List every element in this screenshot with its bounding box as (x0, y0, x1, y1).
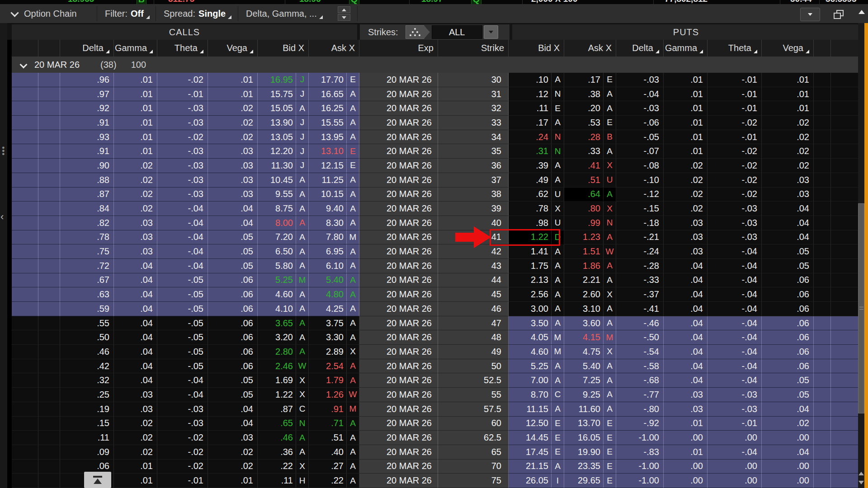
call-bid-cell[interactable]: 1.69X (258, 373, 309, 388)
column-header-put-ask[interactable]: Ask X (564, 40, 616, 56)
call-ask-cell[interactable]: .27A (309, 460, 359, 474)
call-bid-cell[interactable]: .46A (258, 431, 309, 445)
call-bid-cell[interactable]: 6.50A (258, 244, 309, 259)
put-ask-cell[interactable]: .33A (564, 144, 616, 159)
put-bid-cell[interactable]: 17.45E (509, 445, 564, 460)
put-ask-cell[interactable]: .64A (564, 188, 616, 202)
put-ask-cell[interactable]: 19.90E (564, 445, 616, 460)
call-ask-cell[interactable]: 13.95A (309, 130, 359, 145)
call-bid-cell[interactable]: 11.30J (258, 159, 309, 173)
call-bid-cell[interactable]: 4.60A (258, 287, 309, 302)
call-ask-cell[interactable]: 16.25A (309, 101, 359, 116)
put-bid-cell[interactable]: 1.75A (509, 259, 564, 273)
put-ask-cell[interactable]: .99N (564, 216, 616, 230)
scrollbar-thumb[interactable] (858, 203, 864, 413)
put-ask-cell[interactable]: 4.15M (564, 330, 616, 345)
chevron-left-icon[interactable]: ‹ (0, 211, 4, 223)
call-bid-cell[interactable]: 7.20A (258, 230, 309, 245)
put-bid-cell[interactable]: .12N (509, 87, 564, 102)
column-header-put-vega[interactable]: Vega (762, 40, 814, 56)
expiration-group-row[interactable]: 20 MAR 26 (38) 100 (12, 56, 859, 73)
put-bid-cell[interactable]: .10A (509, 73, 564, 87)
call-ask-cell[interactable]: 13.10E (309, 144, 359, 159)
window-button[interactable] (830, 8, 847, 20)
put-bid-cell[interactable]: 4.60M (509, 345, 564, 359)
call-ask-cell[interactable]: 16.65A (309, 87, 359, 102)
call-ask-cell[interactable]: .91M (309, 402, 359, 417)
filter-dropdown[interactable]: Filter: Off (105, 4, 150, 23)
call-ask-cell[interactable]: 8.30A (309, 216, 359, 230)
call-bid-cell[interactable]: 1.22X (258, 388, 309, 402)
put-bid-cell[interactable]: 4.05M (509, 330, 564, 345)
call-ask-cell[interactable]: 5.40A (309, 273, 359, 288)
call-ask-cell[interactable]: 17.70E (309, 73, 359, 87)
panel-collapse-button[interactable] (800, 8, 820, 21)
put-ask-cell[interactable]: .28B (564, 130, 616, 145)
put-bid-cell[interactable]: 7.00A (509, 373, 564, 388)
put-ask-cell[interactable]: 1.51W (564, 244, 616, 259)
call-ask-cell[interactable]: 2.89X (309, 345, 359, 359)
call-bid-cell[interactable]: 15.05A (258, 101, 309, 116)
put-ask-cell[interactable]: .17E (564, 73, 616, 87)
call-ask-cell[interactable]: 4.80A (309, 287, 359, 302)
call-ask-cell[interactable]: 9.40A (309, 202, 359, 216)
put-ask-cell[interactable]: 3.10A (564, 302, 616, 316)
put-bid-cell[interactable]: .78X (509, 202, 564, 216)
put-ask-cell[interactable]: .80X (564, 202, 616, 216)
call-bid-cell[interactable]: .22X (258, 460, 309, 474)
put-bid-cell[interactable]: .17A (509, 116, 564, 130)
strikes-dropdown-button[interactable] (484, 25, 498, 39)
call-ask-cell[interactable]: 6.95A (309, 244, 359, 259)
put-ask-cell[interactable]: 3.60A (564, 316, 616, 331)
column-header-expiration[interactable]: Exp (359, 40, 438, 56)
put-bid-cell[interactable]: .98U (509, 216, 564, 230)
put-ask-cell[interactable]: .38A (564, 87, 616, 102)
spinner-up-button[interactable] (338, 6, 350, 13)
put-ask-cell[interactable]: 23.35E (564, 460, 616, 474)
call-ask-cell[interactable]: .51A (309, 431, 359, 445)
put-bid-cell[interactable]: 3.50A (509, 316, 564, 331)
call-bid-cell[interactable]: 12.20J (258, 144, 309, 159)
column-header-call-gamma[interactable]: Gamma (114, 40, 157, 56)
call-ask-cell[interactable]: 3.30A (309, 330, 359, 345)
column-header-call-bid[interactable]: Bid X (258, 40, 309, 56)
panel-grip-icon[interactable]: ●●● (2, 146, 5, 155)
call-bid-cell[interactable]: .36A (258, 445, 309, 460)
call-bid-cell[interactable]: 2.80A (258, 345, 309, 359)
put-ask-cell[interactable]: 11.60A (564, 402, 616, 417)
column-header-put-theta[interactable]: Theta (708, 40, 762, 56)
call-ask-cell[interactable]: 4.25A (309, 302, 359, 316)
put-bid-cell[interactable]: 14.45E (509, 431, 564, 445)
put-ask-cell[interactable]: 16.05E (564, 431, 616, 445)
scroll-to-top-button[interactable] (84, 472, 111, 488)
column-header-call-ask[interactable]: Ask X (309, 40, 359, 56)
put-bid-cell[interactable]: 26.05I (509, 474, 564, 488)
call-ask-cell[interactable]: 10.15A (309, 188, 359, 202)
call-ask-cell[interactable]: 2.54A (309, 359, 359, 374)
put-ask-cell[interactable]: 7.25A (564, 373, 616, 388)
scroll-down-icon[interactable] (859, 481, 864, 484)
spinner-down-button[interactable] (338, 14, 350, 21)
call-bid-cell[interactable]: 8.00A (258, 216, 309, 230)
put-ask-cell[interactable]: .20A (564, 101, 616, 116)
put-ask-cell[interactable]: 2.60X (564, 287, 616, 302)
column-header-put-delta[interactable]: Delta (616, 40, 664, 56)
put-bid-cell[interactable]: 5.25A (509, 359, 564, 374)
column-header-call-theta[interactable]: Theta (157, 40, 208, 56)
call-bid-cell[interactable]: 13.90J (258, 116, 309, 130)
call-ask-cell[interactable]: 1.26W (309, 388, 359, 402)
call-bid-cell[interactable]: 9.55A (258, 188, 309, 202)
call-bid-cell[interactable]: 3.65A (258, 316, 309, 331)
put-ask-cell[interactable]: .51U (564, 173, 616, 188)
put-ask-cell[interactable]: 1.86A (564, 259, 616, 273)
call-ask-cell[interactable]: 11.25A (309, 173, 359, 188)
call-ask-cell[interactable]: 12.15E (309, 159, 359, 173)
call-ask-cell[interactable]: .40A (309, 445, 359, 460)
scroll-top-arrow[interactable] (859, 10, 865, 14)
call-bid-cell[interactable]: 10.45A (258, 173, 309, 188)
put-bid-cell[interactable]: 12.50E (509, 417, 564, 431)
put-bid-cell[interactable]: 2.56A (509, 287, 564, 302)
call-ask-cell[interactable]: 3.75A (309, 316, 359, 331)
call-ask-cell[interactable]: 7.80M (309, 230, 359, 245)
put-bid-cell[interactable]: .49A (509, 173, 564, 188)
